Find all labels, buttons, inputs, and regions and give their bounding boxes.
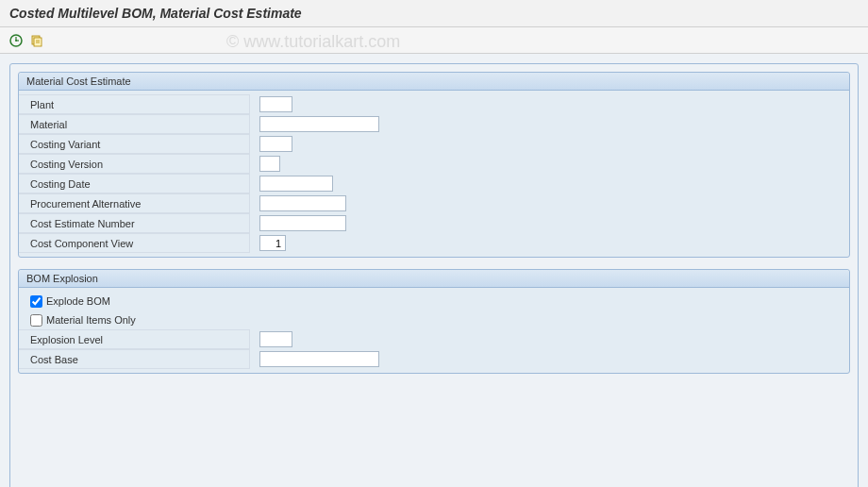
label-costing-variant: Costing Variant <box>19 134 250 154</box>
get-variant-icon[interactable] <box>28 32 45 49</box>
field-row-plant: Plant <box>19 94 849 114</box>
input-procurement-alternative[interactable] <box>259 195 346 211</box>
field-row-material: Material <box>19 114 849 134</box>
checkbox-row-material-items-only: Material Items Only <box>19 311 849 329</box>
toolbar <box>0 27 868 54</box>
group-header-material-cost-estimate: Material Cost Estimate <box>19 73 849 91</box>
checkbox-row-explode-bom: Explode BOM <box>19 292 849 311</box>
field-row-explosion-level: Explosion Level <box>19 329 849 349</box>
input-costing-date[interactable] <box>259 176 333 192</box>
label-cost-base: Cost Base <box>19 349 250 369</box>
field-row-costing-date: Costing Date <box>19 174 849 193</box>
label-material: Material <box>19 114 250 134</box>
field-row-costing-version: Costing Version <box>19 154 849 174</box>
svg-point-3 <box>15 40 17 42</box>
label-costing-version: Costing Version <box>19 154 250 174</box>
label-cost-component-view: Cost Component View <box>19 233 250 253</box>
field-row-cost-base: Cost Base <box>19 349 849 369</box>
input-costing-version[interactable] <box>259 156 280 172</box>
label-plant: Plant <box>19 94 250 114</box>
field-row-procurement-alternative: Procurement Alternative <box>19 193 849 213</box>
execute-icon[interactable] <box>8 32 25 49</box>
input-costing-variant[interactable] <box>259 136 292 152</box>
svg-rect-5 <box>34 38 42 46</box>
input-material[interactable] <box>259 116 379 132</box>
group-bom-explosion: BOM Explosion Explode BOM Material Items… <box>18 269 850 374</box>
input-cost-estimate-number[interactable] <box>259 215 346 231</box>
field-row-cost-component-view: Cost Component View <box>19 233 849 253</box>
title-bar: Costed Multilevel BOM, Material Cost Est… <box>0 0 868 27</box>
label-material-items-only[interactable]: Material Items Only <box>46 314 136 326</box>
field-row-costing-variant: Costing Variant <box>19 134 849 154</box>
label-cost-estimate-number: Cost Estimate Number <box>19 213 250 233</box>
label-costing-date: Costing Date <box>19 174 250 193</box>
label-explosion-level: Explosion Level <box>19 329 250 349</box>
field-row-cost-estimate-number: Cost Estimate Number <box>19 213 849 233</box>
checkbox-material-items-only[interactable] <box>30 314 42 327</box>
label-procurement-alternative: Procurement Alternative <box>19 193 250 213</box>
input-cost-base[interactable] <box>259 351 379 367</box>
group-material-cost-estimate: Material Cost Estimate Plant Material Co… <box>18 72 850 258</box>
checkbox-explode-bom[interactable] <box>30 295 42 308</box>
content-area: Material Cost Estimate Plant Material Co… <box>0 54 868 487</box>
page-title: Costed Multilevel BOM, Material Cost Est… <box>9 6 302 21</box>
input-explosion-level[interactable] <box>259 331 292 347</box>
input-plant[interactable] <box>259 96 292 112</box>
label-explode-bom[interactable]: Explode BOM <box>46 295 110 307</box>
group-header-bom-explosion: BOM Explosion <box>19 270 849 288</box>
input-cost-component-view[interactable] <box>259 235 286 251</box>
